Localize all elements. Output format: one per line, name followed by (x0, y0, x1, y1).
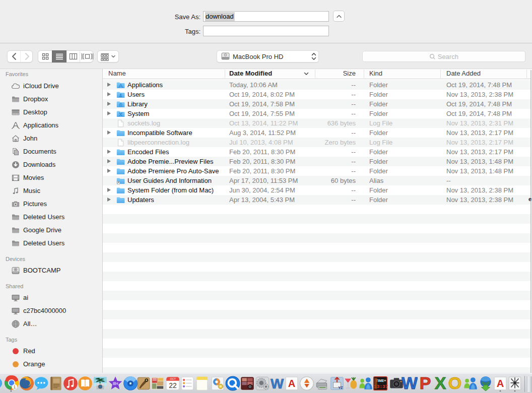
svg-text:YZ: YZ (338, 385, 343, 390)
svg-text:A: A (288, 378, 296, 389)
svg-text:P: P (420, 375, 431, 391)
svg-text:A: A (497, 378, 504, 389)
svg-text:OCT: OCT (170, 377, 176, 380)
svg-text:22: 22 (169, 381, 177, 389)
svg-text:X: X (435, 375, 446, 391)
svg-text:O: O (448, 375, 461, 391)
svg-text:TIME+: TIME+ (376, 379, 386, 382)
svg-text:W: W (271, 376, 284, 391)
svg-text:1: 1 (13, 384, 16, 389)
svg-text:W: W (402, 375, 418, 391)
